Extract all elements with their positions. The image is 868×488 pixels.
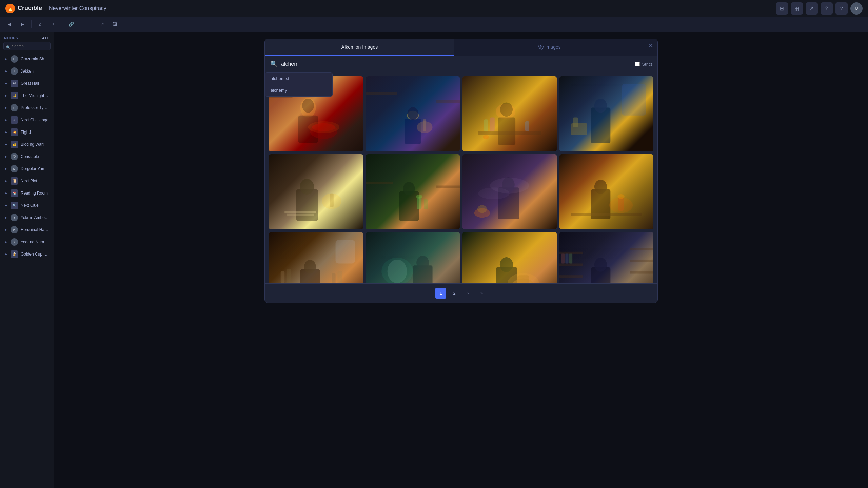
image-cell-2[interactable]: 🔍 + — [366, 76, 460, 151]
image-cell-4[interactable]: 🔍 + — [559, 76, 654, 151]
zoom-button-4[interactable]: 🔍 — [627, 138, 638, 149]
link-button[interactable]: 🔗 — [66, 19, 77, 30]
sidebar-item-crazumin[interactable]: ▶ C Crazumin Shavax — [1, 53, 53, 65]
forward-button[interactable]: ▶ — [17, 19, 28, 30]
strict-text: Strict — [642, 62, 652, 67]
page-btn-last[interactable]: » — [476, 288, 487, 299]
share-toolbar-button[interactable]: ↗ — [97, 19, 107, 30]
avatar-dorgolor: D — [11, 165, 18, 172]
zoom-button-3[interactable]: 🔍 — [530, 138, 541, 149]
page-btn-next[interactable]: › — [462, 288, 473, 299]
add-button-7[interactable]: + — [543, 216, 554, 227]
add-button-5[interactable]: + — [350, 216, 360, 227]
toolbar-divider-1 — [31, 20, 32, 28]
expand-icon-yedana: ▶ — [5, 240, 7, 244]
page-btn-2[interactable]: 2 — [449, 288, 460, 299]
svg-rect-60 — [332, 273, 336, 283]
svg-rect-43 — [436, 186, 460, 188]
image-cell-8[interactable]: 🔍 + — [559, 154, 654, 229]
add-button-4[interactable]: + — [640, 138, 651, 149]
sidebar-item-next-challenge[interactable]: ▶ ⚔ Next Challenge — [1, 114, 53, 126]
svg-rect-58 — [281, 271, 285, 283]
home-button[interactable]: ⌂ — [35, 19, 46, 30]
modal-search-input[interactable] — [281, 61, 632, 67]
autocomplete-item-alchemy[interactable]: alchemy — [265, 84, 332, 96]
sidebar-item-yedana[interactable]: ▶ Y Yedana Numelka — [1, 236, 53, 248]
image-cell-10[interactable]: 🔍 + — [366, 232, 460, 283]
sidebar-item-next-clue[interactable]: ▶ 🔍 Next Clue — [1, 199, 53, 211]
sidebar-item-next-plot[interactable]: ▶ 📜 Next Plot — [1, 175, 53, 187]
image-cell-11[interactable]: 🔍 + — [462, 232, 557, 283]
export-button[interactable]: ↗ — [806, 2, 818, 15]
sidebar-label-constable: Constable — [21, 154, 49, 159]
zoom-button-1[interactable]: 🔍 — [337, 138, 348, 149]
sidebar-item-golden-cup[interactable]: ▶ 🍺 Golden Cup Tavern — [1, 248, 53, 260]
zoom-button-2[interactable]: 🔍 — [433, 138, 444, 149]
sidebar-search[interactable]: 🔍 — [0, 42, 54, 53]
svg-point-51 — [594, 180, 607, 194]
sidebar-item-jekken[interactable]: ▶ J Jekken — [1, 65, 53, 77]
sidebar-filter-all[interactable]: All — [42, 36, 50, 40]
svg-rect-36 — [330, 194, 334, 207]
sidebar-item-reading-room[interactable]: ▶ 📚 Reading Room — [1, 187, 53, 199]
zoom-button-6[interactable]: 🔍 — [433, 216, 444, 227]
sidebar-item-great-hall[interactable]: ▶ 🏛 Great Hall — [1, 77, 53, 89]
image-cell-6[interactable]: 🔍 + — [366, 154, 460, 229]
sidebar-item-dorgolor[interactable]: ▶ D Dorgolor Yam — [1, 163, 53, 175]
tab-my-images[interactable]: My Images — [454, 39, 644, 56]
sidebar-item-midnight-bar[interactable]: ▶ 🌙 The Midnight Bar — [1, 89, 53, 102]
svg-point-27 — [594, 99, 607, 113]
autocomplete-item-alchemist[interactable]: alchemist — [265, 73, 332, 84]
modal-body: 🔍 + — [265, 72, 657, 283]
tab-alkemion-images[interactable]: Alkemion Images — [265, 39, 454, 56]
image-cell-9[interactable]: 🔍 + — [269, 232, 363, 283]
zoom-button-5[interactable]: 🔍 — [337, 216, 348, 227]
svg-point-38 — [403, 182, 415, 195]
expand-icon-midnight: ▶ — [5, 94, 7, 97]
svg-point-32 — [300, 179, 314, 195]
add-link-button[interactable]: + — [79, 19, 90, 30]
svg-rect-26 — [591, 108, 610, 143]
zoom-button-8[interactable]: 🔍 — [627, 216, 638, 227]
svg-rect-83 — [565, 254, 568, 264]
sidebar-item-yokren[interactable]: ▶ Y Yokren Ambercrom — [1, 211, 53, 224]
help-button[interactable]: ? — [835, 2, 848, 15]
expand-icon-clue: ▶ — [5, 204, 7, 207]
sidebar-label-plot: Next Plot — [21, 179, 49, 183]
grid-view-button[interactable]: ⊞ — [776, 2, 788, 15]
strict-label[interactable]: Strict — [635, 62, 652, 67]
image-button[interactable]: 🖼 — [110, 19, 120, 30]
user-avatar[interactable]: U — [850, 2, 863, 15]
image-cell-7[interactable]: 🔍 + — [462, 154, 557, 229]
page-btn-1[interactable]: 1 — [435, 288, 446, 299]
image-picker-modal: Alkemion Images My Images ✕ 🔍 Strict — [264, 39, 658, 303]
zoom-button-7[interactable]: 🔍 — [530, 216, 541, 227]
strict-checkbox[interactable] — [635, 62, 640, 66]
layout-button[interactable]: ▦ — [791, 2, 803, 15]
add-button-2[interactable]: + — [446, 138, 457, 149]
sidebar-label-clue: Next Clue — [21, 203, 49, 208]
avatar-jekken: J — [11, 67, 18, 75]
modal-overlay: Alkemion Images My Images ✕ 🔍 Strict — [54, 32, 868, 488]
add-button-8[interactable]: + — [640, 216, 651, 227]
avatar-great-hall: 🏛 — [11, 80, 18, 87]
image-grid: 🔍 + — [269, 76, 653, 283]
sidebar-label-bidding: Bidding War! — [21, 142, 49, 147]
image-cell-5[interactable]: 🔍 + — [269, 154, 363, 229]
sidebar-item-fight[interactable]: ▶ 💥 Fight! — [1, 126, 53, 138]
image-cell-3[interactable]: 🔍 + — [462, 76, 557, 151]
image-cell-12[interactable]: 🔍 + — [559, 232, 654, 283]
add-button-1[interactable]: + — [350, 138, 360, 149]
sidebar-item-herquinal[interactable]: ▶ H Herquinal Haeron — [1, 224, 53, 236]
sidebar-item-bidding-war[interactable]: ▶ 💰 Bidding War! — [1, 138, 53, 150]
expand-icon-bidding: ▶ — [5, 143, 7, 146]
share-button[interactable]: ⇪ — [821, 2, 833, 15]
add-node-button[interactable]: + — [48, 19, 59, 30]
svg-rect-34 — [287, 214, 314, 216]
back-button[interactable]: ◀ — [4, 19, 15, 30]
sidebar-item-professor[interactable]: ▶ P Professor Tymron — [1, 102, 53, 114]
add-button-6[interactable]: + — [446, 216, 457, 227]
add-button-3[interactable]: + — [543, 138, 554, 149]
sidebar-item-constable[interactable]: ▶ 🛡 Constable — [1, 150, 53, 163]
modal-close-button[interactable]: ✕ — [644, 39, 657, 53]
